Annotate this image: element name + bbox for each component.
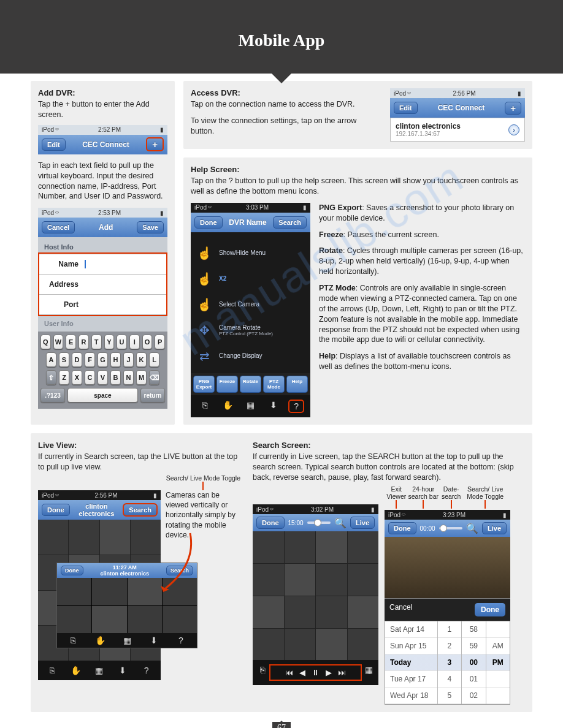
cancel-button[interactable]: Cancel [42, 221, 75, 233]
port-field[interactable]: Port [39, 295, 166, 315]
skip-back-icon[interactable]: ⏮ [285, 668, 293, 677]
key-x[interactable]: X [72, 370, 82, 385]
space-key[interactable]: space [67, 388, 138, 403]
key-w[interactable]: W [53, 335, 64, 349]
add-button[interactable]: + [146, 137, 164, 151]
png-export-button[interactable]: PNG Export [193, 376, 215, 393]
play-icon[interactable]: ▶ [326, 668, 332, 677]
key-a[interactable]: A [46, 352, 56, 367]
key-n[interactable]: N [123, 370, 134, 385]
page-title: Mobile App [0, 0, 563, 50]
export-icon[interactable]: ⎘ [66, 635, 80, 645]
live-toggle-button[interactable]: Live [350, 517, 375, 529]
grid-icon[interactable]: ▦ [92, 665, 107, 675]
done-button[interactable]: Done [61, 566, 83, 575]
search-toggle-button[interactable]: Search [123, 504, 157, 516]
search-heading: Search Screen: [253, 441, 525, 450]
key-e[interactable]: E [66, 335, 76, 349]
done-button[interactable]: Done [388, 522, 416, 534]
search-button[interactable]: Search [273, 216, 307, 229]
key-y[interactable]: Y [104, 335, 115, 349]
search-icon[interactable]: 🔍 [334, 517, 347, 529]
edit-button[interactable]: Edit [42, 138, 66, 151]
key-o[interactable]: O [142, 335, 153, 349]
key-c[interactable]: C [85, 370, 95, 385]
done-button[interactable]: Done [256, 517, 285, 529]
grid-icon[interactable]: ▦ [243, 400, 258, 412]
help-icon[interactable]: ? [139, 665, 154, 675]
done-button[interactable]: Done [194, 216, 223, 229]
rotate-button[interactable]: Rotate [240, 376, 261, 393]
virtual-keyboard[interactable]: QWERTYUIOP ASDFGHJKL ⇧ ZXCVBNM ⌫ .?123 s… [38, 332, 167, 409]
reverse-icon[interactable]: ◀ [299, 668, 305, 677]
key-z[interactable]: Z [59, 370, 69, 385]
return-key[interactable]: return [140, 388, 165, 403]
skip-forward-icon[interactable]: ⏭ [338, 668, 346, 677]
export-icon[interactable]: ⎘ [45, 665, 59, 675]
help-icon[interactable]: ? [289, 400, 304, 412]
freeze-button[interactable]: Freeze [216, 376, 238, 393]
done-button[interactable]: Done [42, 504, 70, 516]
download-icon[interactable]: ⬇ [147, 635, 161, 645]
connection-row[interactable]: clinton electronics 192.167.1.34:67 › [390, 118, 525, 142]
rotate-gesture-icon: ✥ [196, 320, 213, 340]
key-i[interactable]: I [129, 335, 140, 349]
edit-button[interactable]: Edit [394, 102, 418, 114]
key-h[interactable]: H [110, 352, 121, 367]
date-wheel[interactable]: Sat Apr 14 Sun Apr 15 Today Tue Apr 17 W… [385, 621, 510, 705]
grid-icon[interactable]: ▦ [120, 635, 134, 645]
help-button[interactable]: Help [286, 376, 308, 393]
pause-icon[interactable]: ⏸ [312, 668, 320, 677]
export-icon[interactable]: ⎘ [197, 400, 212, 412]
key-r[interactable]: R [79, 335, 89, 349]
shift-key[interactable]: ⇧ [46, 370, 56, 385]
address-field[interactable]: Address [39, 275, 166, 295]
user-info-section: User Info [38, 316, 167, 329]
download-icon[interactable]: ⬇ [115, 665, 130, 675]
key-f[interactable]: F [85, 352, 95, 367]
live-toggle-button[interactable]: Live [482, 522, 507, 534]
camera-grid[interactable] [253, 531, 378, 660]
key-q[interactable]: Q [40, 335, 51, 349]
download-icon[interactable]: ⬇ [266, 400, 281, 412]
key-l[interactable]: L [149, 352, 159, 367]
cancel-button[interactable]: Cancel [389, 603, 412, 616]
chevron-right-icon[interactable]: › [508, 124, 519, 135]
key-p[interactable]: P [155, 335, 165, 349]
key-v[interactable]: V [98, 370, 108, 385]
key-u[interactable]: U [117, 335, 127, 349]
access-dvr-text1: Tap on the connection name to access the… [191, 99, 381, 110]
time-slider[interactable] [307, 521, 331, 524]
search-text: If currently in Live screen, tap the SEA… [253, 452, 525, 483]
name-field[interactable]: Name [39, 254, 166, 275]
grid-icon[interactable]: ▦ [361, 665, 376, 680]
key-g[interactable]: G [98, 352, 108, 367]
single-camera-view[interactable] [385, 537, 510, 598]
save-button[interactable]: Save [137, 221, 164, 233]
delete-key[interactable]: ⌫ [149, 370, 159, 385]
icon-bar: ⎘ ✋ ▦ ⬇ ? [191, 395, 310, 417]
key-d[interactable]: D [72, 352, 82, 367]
search-icon[interactable]: 🔍 [466, 523, 478, 534]
hand-icon[interactable]: ✋ [220, 400, 235, 412]
key-j[interactable]: J [123, 352, 134, 367]
key-s[interactable]: S [59, 352, 69, 367]
live-view-text: If currently in Search screen, tap the L… [38, 452, 240, 472]
hand-icon[interactable]: ✋ [93, 635, 107, 645]
key-b[interactable]: B [110, 370, 121, 385]
numbers-key[interactable]: .?123 [40, 388, 65, 403]
hand-icon[interactable]: ✋ [69, 665, 83, 675]
add-button[interactable]: + [505, 102, 521, 115]
battery-icon: ▮ [371, 506, 375, 513]
key-k[interactable]: K [136, 352, 147, 367]
camera-grid[interactable]: Done 11:27 AMclinton electronics Search … [38, 520, 161, 661]
wifi-icon: ⌔ [55, 210, 59, 216]
connection-ip: 192.167.1.34:67 [396, 131, 461, 137]
export-icon[interactable]: ⎘ [255, 665, 270, 680]
ptz-mode-button[interactable]: PTZ Mode [263, 376, 285, 393]
done-button[interactable]: Done [475, 603, 505, 616]
time-slider[interactable] [439, 527, 462, 529]
key-t[interactable]: T [91, 335, 102, 349]
key-m[interactable]: M [136, 370, 147, 385]
wifi-icon: ⌔ [402, 512, 405, 518]
